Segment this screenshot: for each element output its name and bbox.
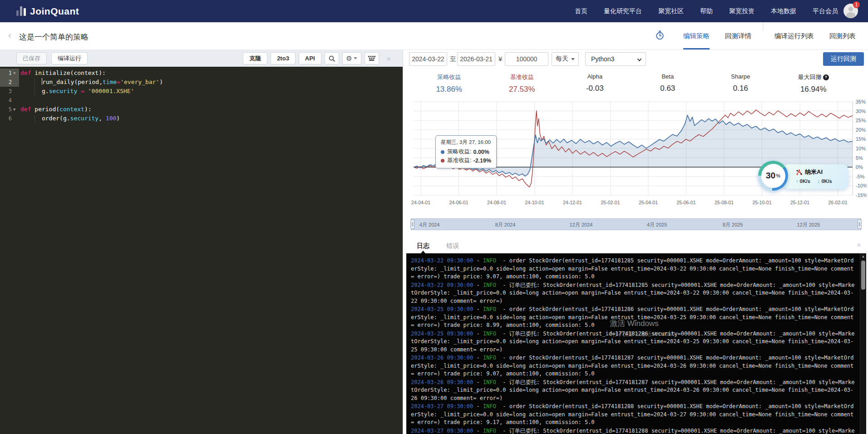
nano-ai-icon xyxy=(796,169,803,176)
collapse-panel-icon[interactable]: » xyxy=(387,54,390,63)
tab-log[interactable]: 日志 xyxy=(417,242,429,250)
log-entries: 2024-03-22 09:30:00 - INFO - order Stock… xyxy=(411,257,856,434)
metric: Alpha-0.03 xyxy=(558,72,631,97)
strategy-tabs: 编辑策略回测详情编译运行列表回测列表 xyxy=(655,22,863,49)
code-text: run_daily(period,time='every_bar') xyxy=(20,79,163,85)
log-entry: 2024-03-26 09:30:00 - INFO - 订单已委托: Stoc… xyxy=(411,379,856,403)
metric-label: 基准收益 xyxy=(510,73,534,81)
py2to3-button[interactable]: 2to3 xyxy=(271,52,296,64)
chart-tooltip: 星期三, 3月 27, 16:00 策略收益:0.00%基准收益:-2.19% xyxy=(435,135,497,168)
scrollbar-thumb[interactable] xyxy=(861,261,865,290)
metric: 最大回撤?16.94% xyxy=(777,72,850,97)
nav-item[interactable]: 平台会员 xyxy=(813,7,838,15)
metric: Sharpe0.16 xyxy=(704,72,777,97)
language-select[interactable]: Python3 xyxy=(585,52,646,66)
strategy-titlebar: ‹ 这是一个简单的策略 编辑策略回测详情编译运行列表回测列表 xyxy=(0,22,868,50)
navigator-right-handle[interactable] xyxy=(858,220,862,229)
log-output[interactable]: 2024-03-22 09:30:00 - INFO - order Stock… xyxy=(406,253,866,434)
svg-text:24-04-01: 24-04-01 xyxy=(411,200,430,205)
nav-item[interactable]: 聚宽投资 xyxy=(729,7,755,15)
line-number: 1 xyxy=(0,69,19,78)
start-date-input[interactable] xyxy=(409,52,447,66)
compile-run-button[interactable]: 编译运行 xyxy=(51,52,88,64)
language-value: Python3 xyxy=(591,55,614,63)
tab[interactable]: 编辑策略 xyxy=(683,22,710,49)
tab-group: 编辑策略回测详情编译运行列表回测列表 xyxy=(676,22,863,49)
log-scrollbar[interactable]: ▲ xyxy=(860,253,866,434)
caret-down-icon xyxy=(571,58,575,60)
code-line: 1▼def initialize(context): xyxy=(0,69,403,78)
nav-item[interactable]: 聚宽社区 xyxy=(658,7,684,15)
keyboard-shortcuts-icon[interactable] xyxy=(365,52,379,64)
navigator-label: 12月 2024 xyxy=(570,222,593,228)
date-range-separator: 至 xyxy=(450,55,456,64)
top-navbar: JoinQuant 首页量化研究平台聚宽社区帮助聚宽投资本地数据平台会员 1 xyxy=(0,0,868,22)
svg-text:0%: 0% xyxy=(856,164,863,170)
code-editor[interactable]: 1▼def initialize(context):2 run_daily(pe… xyxy=(0,67,403,434)
svg-text:-15%: -15% xyxy=(856,192,867,198)
run-backtest-button[interactable]: 运行回测 xyxy=(823,52,864,66)
code-line: 4 xyxy=(0,96,403,105)
api-button[interactable]: API xyxy=(299,52,321,64)
editor-toolbar-right: 克隆 2to3 API ⚙ » xyxy=(243,52,390,64)
chart-range-navigator[interactable]: 4月 20248月 202412月 20244月 20258月 202512月 … xyxy=(411,218,861,230)
tab-error[interactable]: 错误 xyxy=(446,242,459,250)
code-line: 5▼def period(context): xyxy=(0,105,403,114)
tab[interactable]: 回测详情 xyxy=(725,22,751,49)
svg-text:24-12-01: 24-12-01 xyxy=(563,200,582,205)
metric-value: 27.53% xyxy=(486,85,559,94)
notification-badge: 1 xyxy=(853,1,860,8)
history-clock-icon[interactable] xyxy=(655,30,665,42)
metric: Beta0.63 xyxy=(631,72,705,97)
svg-text:25-12-01: 25-12-01 xyxy=(790,200,809,205)
nav-item[interactable]: 首页 xyxy=(575,7,587,15)
returns-chart[interactable]: 24-04-0124-06-0124-08-0124-10-0124-12-01… xyxy=(407,97,867,212)
line-number: 5 xyxy=(0,105,19,114)
log-tab-bar: 日志 错误 » xyxy=(406,240,866,253)
navbar-menu: 首页量化研究平台聚宽社区帮助聚宽投资本地数据平台会员 xyxy=(575,0,838,22)
nav-item[interactable]: 量化研究平台 xyxy=(604,7,642,15)
end-date-input[interactable] xyxy=(457,52,495,66)
ai-percent: 30 xyxy=(766,171,775,181)
user-avatar[interactable]: 1 xyxy=(843,4,858,18)
settings-gear-icon[interactable]: ⚙ xyxy=(342,52,361,64)
nav-item[interactable]: 本地数据 xyxy=(771,7,796,15)
log-entry: 2024-03-22 09:30:00 - INFO - 订单已委托: Stoc… xyxy=(411,281,856,306)
svg-text:24-10-01: 24-10-01 xyxy=(525,200,544,205)
nav-item[interactable]: 帮助 xyxy=(700,7,713,15)
svg-text:25%: 25% xyxy=(856,118,866,123)
currency-yen-icon: ¥ xyxy=(498,55,502,63)
back-icon[interactable]: ‹ xyxy=(8,30,11,41)
search-icon[interactable] xyxy=(325,52,339,64)
scroll-up-icon[interactable]: ▲ xyxy=(860,253,866,259)
navigator-label: 4月 2024 xyxy=(419,222,440,228)
tab[interactable]: 回测列表 xyxy=(829,22,856,49)
svg-text:20%: 20% xyxy=(856,127,866,133)
tab[interactable]: 编译运行列表 xyxy=(774,22,814,49)
code-text: g.security = '000001.XSHE' xyxy=(20,88,134,94)
ai-progress-ring[interactable]: 30% xyxy=(758,161,788,191)
series-dot-icon xyxy=(441,150,444,154)
line-number: 2 xyxy=(0,78,19,87)
svg-text:25-06-01: 25-06-01 xyxy=(676,200,695,205)
svg-text:15%: 15% xyxy=(856,136,866,142)
fold-arrow-icon[interactable]: ▼ xyxy=(13,69,15,78)
metrics-row: 策略收益13.86%基准收益27.53%Alpha-0.03Beta0.63Sh… xyxy=(413,72,850,97)
svg-text:5%: 5% xyxy=(856,155,863,161)
log-entry: 2024-03-27 09:30:00 - INFO - order Stock… xyxy=(411,403,856,427)
navigator-label: 4月 2025 xyxy=(647,222,667,228)
joinquant-logo[interactable]: JoinQuant xyxy=(16,0,79,22)
navigator-left-handle[interactable] xyxy=(410,220,414,229)
collapse-log-icon[interactable]: » xyxy=(853,244,863,247)
capital-input[interactable] xyxy=(505,52,548,66)
log-entry: 2024-03-25 09:30:00 - INFO - order Stock… xyxy=(411,306,856,330)
clone-button[interactable]: 克隆 xyxy=(243,52,267,64)
svg-text:30%: 30% xyxy=(856,108,866,114)
saved-button[interactable]: 已保存 xyxy=(16,52,47,64)
fold-arrow-icon[interactable]: ▼ xyxy=(13,105,15,114)
help-icon[interactable]: ? xyxy=(823,74,829,80)
nano-ai-widget[interactable]: 纳米AI ↑ 0K/s ↓ 0K/s xyxy=(782,164,848,189)
upload-speed: ↑ 0K/s xyxy=(796,178,810,184)
line-number: 6 xyxy=(0,114,19,123)
frequency-dropdown[interactable]: 每天 xyxy=(552,52,579,66)
